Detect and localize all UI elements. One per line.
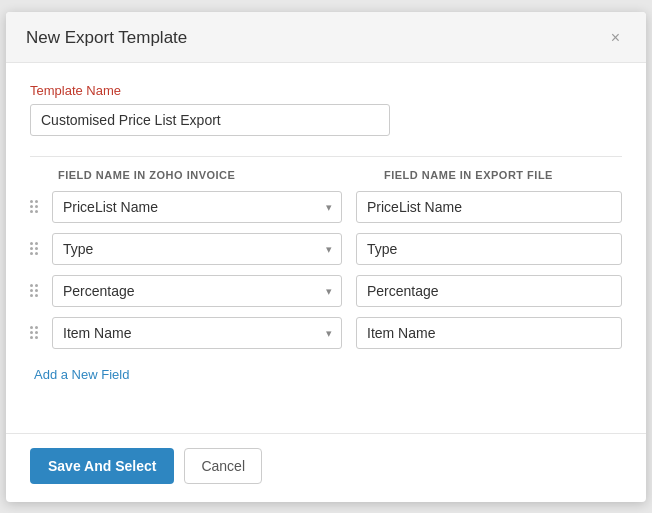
export-field-input-3[interactable]: [356, 275, 622, 307]
export-field-input-1[interactable]: [356, 191, 622, 223]
zoho-field-select-wrapper: PriceList Name Type Percentage Item Name…: [52, 317, 342, 349]
export-field-input-2[interactable]: [356, 233, 622, 265]
zoho-field-select-wrapper: PriceList Name Type Percentage Item Name…: [52, 191, 342, 223]
table-row: PriceList Name Type Percentage Item Name…: [30, 275, 622, 307]
field-header-col2: FIELD NAME IN EXPORT FILE: [368, 169, 622, 181]
table-row: PriceList Name Type Percentage Item Name…: [30, 191, 622, 223]
template-name-label: Template Name: [30, 83, 622, 98]
fields-section: FIELD NAME IN ZOHO INVOICE FIELD NAME IN…: [30, 156, 622, 417]
table-row: PriceList Name Type Percentage Item Name…: [30, 233, 622, 265]
add-new-field-link[interactable]: Add a New Field: [34, 367, 129, 382]
zoho-field-select-3[interactable]: PriceList Name Type Percentage Item Name: [52, 275, 342, 307]
drag-handle[interactable]: [30, 200, 52, 213]
drag-handle[interactable]: [30, 326, 52, 339]
template-name-input[interactable]: [30, 104, 390, 136]
modal-body: Template Name FIELD NAME IN ZOHO INVOICE…: [6, 63, 646, 433]
save-and-select-button[interactable]: Save And Select: [30, 448, 174, 484]
fields-header: FIELD NAME IN ZOHO INVOICE FIELD NAME IN…: [30, 169, 622, 181]
field-header-col1: FIELD NAME IN ZOHO INVOICE: [58, 169, 368, 181]
table-row: PriceList Name Type Percentage Item Name…: [30, 317, 622, 349]
close-button[interactable]: ×: [605, 28, 626, 48]
cancel-button[interactable]: Cancel: [184, 448, 262, 484]
zoho-field-select-1[interactable]: PriceList Name Type Percentage Item Name: [52, 191, 342, 223]
modal-header: New Export Template ×: [6, 12, 646, 63]
zoho-field-select-wrapper: PriceList Name Type Percentage Item Name…: [52, 233, 342, 265]
drag-handle[interactable]: [30, 284, 52, 297]
export-field-input-4[interactable]: [356, 317, 622, 349]
zoho-field-select-4[interactable]: PriceList Name Type Percentage Item Name: [52, 317, 342, 349]
new-export-template-modal: New Export Template × Template Name FIEL…: [6, 12, 646, 502]
modal-title: New Export Template: [26, 28, 187, 48]
drag-handle[interactable]: [30, 242, 52, 255]
modal-footer: Save And Select Cancel: [6, 433, 646, 502]
zoho-field-select-2[interactable]: PriceList Name Type Percentage Item Name: [52, 233, 342, 265]
zoho-field-select-wrapper: PriceList Name Type Percentage Item Name…: [52, 275, 342, 307]
